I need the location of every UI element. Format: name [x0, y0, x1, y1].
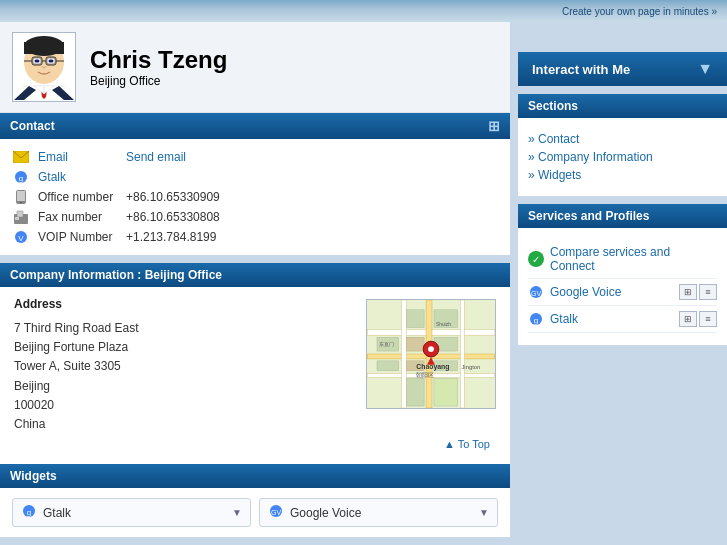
section-link-widgets[interactable]: » Widgets — [528, 168, 581, 182]
company-title: Company Information : Beijing Office — [10, 268, 222, 282]
svg-rect-2 — [24, 42, 64, 54]
svg-text:东直门: 东直门 — [379, 341, 394, 347]
section-link-contact[interactable]: » Contact — [528, 132, 579, 146]
compare-link[interactable]: Compare services and Connect — [550, 245, 717, 273]
gtalk-service-icon: g — [528, 312, 544, 326]
voip-label: VOIP Number — [38, 230, 118, 244]
gvoice-widget-icon: GV — [268, 504, 284, 521]
gtalk-row: g Gtalk — [12, 167, 498, 187]
interact-button[interactable]: Interact with Me ▼ — [518, 52, 727, 86]
email-row: Email Send email — [12, 147, 498, 167]
gvoice-action-btn-1[interactable]: ⊞ — [679, 284, 697, 300]
svg-text:g: g — [19, 174, 23, 183]
gtalk-service-actions: ⊞ ≡ — [679, 311, 717, 327]
section-item-widgets[interactable]: » Widgets — [528, 166, 717, 184]
sections-title: Sections — [528, 99, 578, 113]
email-label[interactable]: Email — [38, 150, 118, 164]
company-section-header: Company Information : Beijing Office — [0, 263, 510, 287]
svg-text:V: V — [18, 234, 24, 243]
contact-header-icon: ⊞ — [488, 118, 500, 134]
interact-button-arrow: ▼ — [697, 60, 713, 78]
svg-text:g: g — [534, 316, 538, 325]
svg-rect-6 — [49, 60, 54, 63]
svg-text:Shuizh: Shuizh — [436, 322, 451, 327]
top-banner: Create your own page in minutes » — [0, 0, 727, 22]
svg-text:Jington: Jington — [461, 364, 480, 370]
fax-number-value: +86.10.65330808 — [126, 210, 220, 224]
gvoice-service-row: GV Google Voice ⊞ ≡ — [528, 279, 717, 306]
svg-rect-27 — [15, 217, 19, 220]
sections-content: » Contact » Company Information » Widget… — [518, 118, 727, 196]
gvoice-widget-label: Google Voice — [290, 506, 361, 520]
gvoice-service-icon: GV — [528, 285, 544, 299]
contact-section-header: Contact ⊞ — [0, 113, 510, 139]
contact-content: Email Send email g Gtalk Office number +… — [0, 139, 510, 255]
widget-gvoice[interactable]: GV Google Voice ▼ — [259, 498, 498, 527]
address-text: 7 Third Ring Road East Beijing Fortune P… — [14, 319, 356, 434]
profile-section: Chris Tzeng Beijing Office — [0, 22, 510, 113]
svg-rect-39 — [406, 337, 424, 351]
section-item-contact[interactable]: » Contact — [528, 130, 717, 148]
voip-icon: V — [12, 230, 30, 244]
gvoice-action-btn-2[interactable]: ≡ — [699, 284, 717, 300]
section-item-company[interactable]: » Company Information — [528, 148, 717, 166]
send-email-link[interactable]: Send email — [126, 150, 186, 164]
company-content: Address 7 Third Ring Road East Beijing F… — [0, 287, 510, 464]
svg-text:GV: GV — [271, 509, 281, 516]
gtalk-widget-label: Gtalk — [43, 506, 71, 520]
office-number-row: Office number +86.10.65330909 — [12, 187, 498, 207]
map-container[interactable]: Shuizh 东直门 Chaoyang 朝阳区 Jington — [366, 299, 496, 409]
gtalk-label[interactable]: Gtalk — [38, 170, 118, 184]
office-number-label: Office number — [38, 190, 118, 204]
compare-row[interactable]: ✓ Compare services and Connect — [528, 240, 717, 279]
svg-rect-45 — [406, 379, 424, 406]
widget-gtalk[interactable]: g Gtalk ▼ — [12, 498, 251, 527]
gvoice-dropdown-icon: ▼ — [479, 507, 489, 518]
svg-point-24 — [20, 202, 22, 204]
fax-row: Fax number +86.10.65330808 — [12, 207, 498, 227]
voip-row: V VOIP Number +1.213.784.8199 — [12, 227, 498, 247]
contact-title: Contact — [10, 119, 55, 133]
svg-rect-46 — [434, 379, 458, 406]
services-title: Services and Profiles — [528, 209, 649, 223]
to-top-row[interactable]: ▲ To Top — [14, 434, 496, 454]
gvoice-service-link[interactable]: Google Voice — [550, 285, 621, 299]
fax-icon — [12, 210, 30, 224]
to-top-label[interactable]: ▲ To Top — [444, 438, 490, 450]
compare-icon: ✓ — [528, 251, 544, 267]
svg-rect-36 — [460, 300, 464, 408]
profile-name: Chris Tzeng — [90, 46, 227, 74]
svg-rect-26 — [17, 211, 23, 217]
services-content: ✓ Compare services and Connect GV Google… — [518, 228, 727, 345]
phone-icon — [12, 190, 30, 204]
section-link-company[interactable]: » Company Information — [528, 150, 653, 164]
svg-text:GV: GV — [531, 290, 541, 297]
svg-rect-37 — [406, 310, 424, 328]
profile-subtitle: Beijing Office — [90, 74, 227, 88]
gtalk-icon: g — [12, 170, 30, 184]
gtalk-widget-icon: g — [21, 504, 37, 521]
avatar — [12, 32, 76, 102]
svg-rect-42 — [377, 361, 399, 371]
email-icon — [12, 150, 30, 164]
profile-info: Chris Tzeng Beijing Office — [90, 46, 227, 88]
fax-number-label: Fax number — [38, 210, 118, 224]
svg-text:朝阳区: 朝阳区 — [416, 372, 434, 378]
widgets-content: g Gtalk ▼ GV Google Voice ▼ — [0, 488, 510, 537]
svg-rect-23 — [17, 191, 25, 201]
gtalk-action-btn-1[interactable]: ⊞ — [679, 311, 697, 327]
gtalk-action-btn-2[interactable]: ≡ — [699, 311, 717, 327]
interact-button-label: Interact with Me — [532, 62, 630, 77]
office-number-value: +86.10.65330909 — [126, 190, 220, 204]
svg-text:Chaoyang: Chaoyang — [416, 363, 449, 371]
gtalk-service-link[interactable]: Gtalk — [550, 312, 578, 326]
widgets-title: Widgets — [10, 469, 57, 483]
gtalk-dropdown-icon: ▼ — [232, 507, 242, 518]
svg-rect-5 — [35, 60, 40, 63]
svg-point-48 — [428, 346, 434, 352]
sections-header: Sections — [518, 94, 727, 118]
address-title: Address — [14, 297, 356, 311]
gvoice-service-actions: ⊞ ≡ — [679, 284, 717, 300]
svg-rect-34 — [402, 300, 407, 408]
svg-text:g: g — [27, 508, 31, 517]
